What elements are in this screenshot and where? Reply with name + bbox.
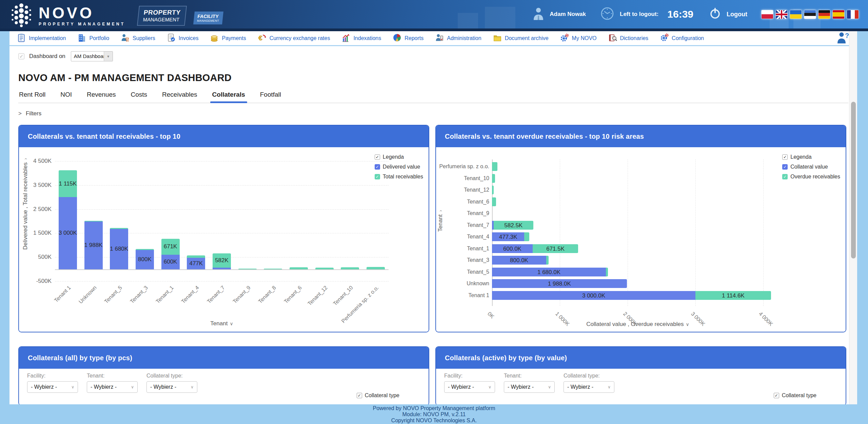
flag-germany-icon[interactable]	[818, 10, 830, 19]
collateral-type-legend-toggle[interactable]: ✓ Collateral type	[357, 392, 399, 399]
tab-receivables[interactable]: Receivables	[161, 91, 198, 103]
flag-spain-icon[interactable]	[833, 10, 844, 19]
tab-footfall[interactable]: Footfall	[259, 91, 282, 103]
chart2-y-axis-title[interactable]: Tenant›	[437, 153, 445, 289]
scrollbar-thumb[interactable]	[851, 102, 856, 258]
bar-segment[interactable]	[213, 268, 231, 269]
menu-item-reports[interactable]: Reports	[393, 33, 423, 43]
panel-header: Collaterals vs. tenant total receivables…	[19, 126, 429, 147]
flag-ukraine-icon[interactable]	[790, 10, 802, 19]
filters-expander[interactable]: > Filters	[18, 110, 848, 117]
collateral-type-select[interactable]: - Wybierz - ∨	[564, 381, 614, 393]
chart2-x-axis-title[interactable]: Collateral value , Overdue receivables∨	[492, 321, 784, 328]
tab-revenues[interactable]: Revenues	[86, 91, 117, 103]
menu-item-invoices[interactable]: Invoices	[167, 33, 199, 43]
facility-management-badge[interactable]: FACILITY MANAGEMENT	[193, 12, 223, 24]
bar-segment[interactable]	[524, 232, 529, 241]
vertical-scrollbar[interactable]	[849, 31, 857, 404]
menu-label: Payments	[222, 35, 246, 41]
flag-france-icon[interactable]	[847, 10, 859, 19]
flag-poland-icon[interactable]	[762, 10, 773, 19]
menu-item-payments[interactable]: Payments	[210, 33, 246, 43]
menu-item-administration[interactable]: Administration	[435, 33, 481, 43]
chart1-y-axis-title[interactable]: Delivered value , Total receivables›	[22, 136, 29, 272]
dashboard-select-arrow-icon[interactable]: ▼	[104, 52, 113, 61]
checkbox-checked-icon[interactable]: ✓	[774, 393, 779, 398]
chart1-x-axis-title[interactable]: Tenant∨	[55, 320, 389, 327]
bar-segment[interactable]	[546, 256, 549, 265]
legend-title: Legenda	[383, 154, 404, 160]
legend-series-total-receivables[interactable]: ✓ Total receivables	[375, 174, 423, 180]
menu-item-indexations[interactable]: Indexations	[341, 33, 381, 43]
tab-collaterals[interactable]: Collaterals	[212, 91, 246, 103]
menu-item-portfolio[interactable]: Portfolio	[77, 33, 109, 43]
panel-collaterals-total-receivables: Collaterals vs. tenant total receivables…	[18, 125, 429, 332]
chevron-down-icon: ∨	[548, 385, 551, 389]
chart1-plot: ✓ Legenda ✓ Delivered value ✓ Total rece…	[19, 147, 429, 332]
chevron-down-icon: ∨	[230, 321, 233, 326]
facility-select[interactable]: - Wybierz - ∨	[444, 381, 495, 393]
legend-series-delivered-value[interactable]: ✓ Delivered value	[375, 164, 423, 170]
user-name[interactable]: Adam Nowak	[550, 11, 586, 18]
menu-item-configuration[interactable]: Configuration	[660, 33, 704, 43]
bar-segment[interactable]	[238, 269, 257, 269]
legend-series-collateral-value[interactable]: ✓ Collateral value	[782, 164, 840, 170]
collateral-type-select[interactable]: - Wybierz - ∨	[146, 381, 197, 393]
flag-united-kingdom-icon[interactable]	[776, 10, 787, 19]
tab-costs[interactable]: Costs	[130, 91, 148, 103]
menu-item-currency-exchange-rates[interactable]: € Currency exchange rates	[258, 33, 330, 43]
checkbox-checked-icon[interactable]: ✓	[375, 174, 380, 179]
menu-item-document-archive[interactable]: Document archive	[493, 33, 549, 43]
panel-header: Collaterals vs. tenant overdue receivabl…	[436, 126, 846, 147]
bar-segment[interactable]	[264, 269, 282, 269]
flag-estonia-icon[interactable]	[804, 10, 816, 19]
menu-label: Indexations	[353, 35, 381, 41]
power-icon[interactable]	[709, 7, 721, 21]
help-button[interactable]: ?	[836, 32, 850, 45]
collateral-type-legend-toggle[interactable]: ✓ Collateral type	[774, 392, 816, 399]
bar-segment[interactable]	[367, 267, 385, 269]
novo-logo[interactable]: NOVO PROPERTY MANAGEMENT	[39, 5, 125, 26]
tenant-select[interactable]: - Wybierz - ∨	[504, 381, 555, 393]
bar-segment[interactable]	[492, 186, 494, 194]
tab-rent-roll[interactable]: Rent Roll	[18, 91, 46, 103]
bar-segment[interactable]	[315, 268, 334, 269]
bar-segment[interactable]	[492, 174, 495, 183]
legend-series-overdue-receivables[interactable]: ✓ Overdue receivables	[782, 174, 840, 180]
logout-button[interactable]: Logout	[727, 11, 747, 18]
menu-item-suppliers[interactable]: Suppliers	[121, 33, 155, 43]
chart2-legend: ✓ Legenda ✓ Collateral value ✓ Overdue r…	[782, 154, 840, 184]
facility-select[interactable]: - Wybierz - ∨	[27, 381, 78, 393]
bar-segment[interactable]	[492, 162, 497, 171]
y-axis-title-text: Delivered value , Total receivables	[22, 162, 28, 250]
bar-segment[interactable]	[606, 268, 608, 276]
legend-toggle[interactable]: ✓ Legenda	[375, 154, 423, 160]
menu-item-dictionaries[interactable]: Dictionaries	[608, 33, 649, 43]
dashboard-on-checkbox[interactable]: ✓	[18, 53, 24, 59]
legend-toggle[interactable]: ✓ Legenda	[782, 154, 840, 160]
bar-segment[interactable]	[136, 249, 154, 250]
checkbox-checked-icon[interactable]: ✓	[357, 393, 362, 398]
bar-segment[interactable]	[341, 267, 359, 269]
checkbox-checked-icon[interactable]: ✓	[375, 154, 380, 160]
bar-segment[interactable]	[84, 221, 103, 221]
select-value: - Wybierz -	[150, 384, 176, 390]
main-menu: Implementation Portfolio Suppliers Invoi…	[9, 31, 857, 46]
checkbox-checked-icon[interactable]: ✓	[782, 154, 788, 160]
dashboard-select[interactable]: AM Dashboard ▼	[71, 51, 113, 61]
bar-segment[interactable]	[290, 267, 308, 269]
checkbox-checked-icon[interactable]: ✓	[782, 164, 788, 170]
checkbox-checked-icon[interactable]: ✓	[375, 164, 380, 170]
menu-item-implementation[interactable]: Implementation	[17, 33, 66, 43]
menu-label: Administration	[447, 35, 481, 41]
bar-segment[interactable]	[492, 197, 496, 206]
menu-item-my-novo[interactable]: My NOVO	[560, 33, 597, 43]
tenant-label: Tenant:	[87, 373, 138, 379]
bar-segment[interactable]	[187, 255, 205, 257]
clipboard-icon	[17, 33, 26, 43]
bar-segment[interactable]	[110, 228, 128, 229]
checkbox-checked-icon[interactable]: ✓	[782, 174, 788, 179]
tab-noi[interactable]: NOI	[60, 91, 73, 103]
user-avatar-icon[interactable]	[533, 7, 544, 21]
tenant-select[interactable]: - Wybierz - ∨	[87, 381, 138, 393]
